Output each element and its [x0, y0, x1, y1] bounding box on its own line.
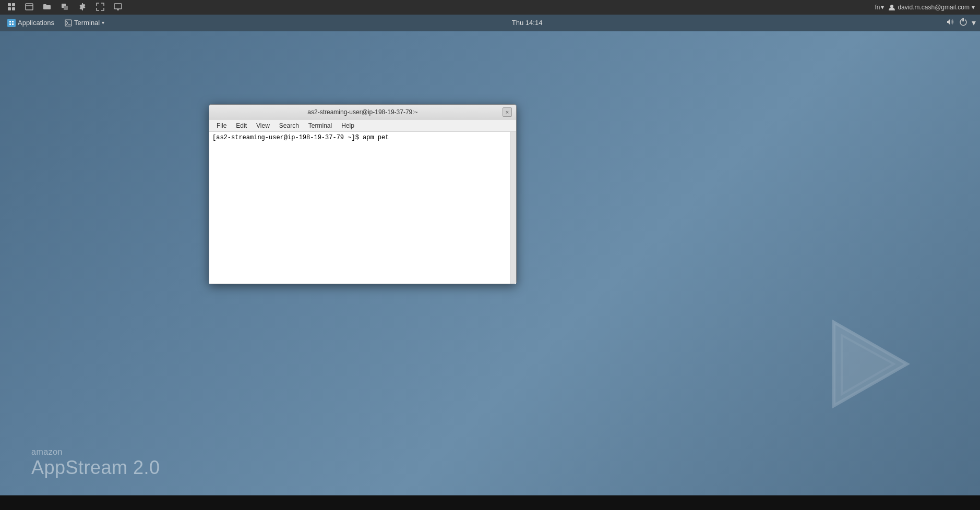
close-icon: × [506, 109, 509, 115]
svg-rect-17 [9, 23, 11, 25]
appstream-toolbar: Applications Terminal ▾ Thu 14:14 [0, 15, 980, 31]
system-top-bar: fn ▾ david.m.cash@gmail.com ▾ [0, 0, 980, 15]
terminal-titlebar: as2-streaming-user@ip-198-19-37-79:~ × [209, 105, 516, 119]
terminal-menubar: File Edit View Search Terminal Help [209, 119, 516, 132]
toolbar-datetime: Thu 14:14 [107, 19, 947, 27]
desktop-decoration [813, 312, 917, 416]
terminal-menu-view[interactable]: View [252, 121, 274, 130]
terminal-taskbar-icon [65, 19, 72, 27]
svg-rect-3 [8, 3, 11, 6]
applications-label: Applications [18, 19, 54, 27]
terminal-menu-file[interactable]: File [212, 121, 231, 130]
user-email-text: david.m.cash@gmail.com [898, 4, 970, 11]
appstream-product-text: AppStream 2.0 [31, 457, 160, 479]
amazon-brand-text: amazon [31, 447, 160, 457]
svg-rect-4 [12, 3, 15, 6]
svg-rect-5 [8, 7, 11, 10]
resize-icon[interactable] [96, 3, 104, 13]
svg-rect-16 [12, 21, 14, 22]
user-dropdown-icon: ▾ [972, 4, 975, 11]
language-dropdown-icon: ▾ [881, 4, 884, 11]
folder-icon[interactable] [43, 3, 51, 13]
svg-rect-10 [64, 6, 68, 10]
terminal-content-area[interactable]: [as2-streaming-user@ip-198-19-37-79 ~]$ … [209, 132, 516, 284]
terminal-prompt-line: [as2-streaming-user@ip-198-19-37-79 ~]$ … [212, 134, 513, 141]
terminal-menu-terminal[interactable]: Terminal [304, 121, 336, 130]
volume-icon[interactable] [947, 18, 955, 28]
power-icon[interactable] [959, 18, 967, 28]
svg-rect-19 [65, 20, 71, 26]
system-bar-right: fn ▾ david.m.cash@gmail.com ▾ [875, 4, 980, 11]
language-selector[interactable]: fn ▾ [875, 4, 884, 11]
terminal-menu-search[interactable]: Search [275, 121, 303, 130]
language-label: fn [875, 4, 880, 11]
applications-icon [7, 19, 16, 27]
system-icons-group [0, 3, 129, 13]
terminal-menu-edit[interactable]: Edit [232, 121, 251, 130]
svg-rect-7 [26, 4, 33, 10]
terminal-menu-help[interactable]: Help [337, 121, 358, 130]
terminal-taskbar-dropdown[interactable]: ▾ [102, 20, 104, 26]
bottom-bar [0, 495, 980, 510]
svg-rect-18 [12, 23, 14, 25]
terminal-title-text: as2-streaming-user@ip-198-19-37-79:~ [213, 108, 512, 116]
user-icon [888, 4, 895, 11]
applications-button[interactable]: Applications [4, 18, 57, 28]
app-grid-icon [9, 20, 14, 26]
terminal-window: as2-streaming-user@ip-198-19-37-79:~ × F… [209, 104, 517, 284]
datetime-text: Thu 14:14 [512, 19, 543, 27]
settings-icon[interactable] [78, 3, 87, 13]
terminal-taskbar-button[interactable]: Terminal ▾ [62, 18, 107, 28]
user-account[interactable]: david.m.cash@gmail.com ▾ [888, 4, 975, 11]
layers-icon[interactable] [61, 3, 69, 13]
appstream-watermark: amazon AppStream 2.0 [31, 447, 160, 479]
display-icon[interactable] [114, 3, 122, 13]
svg-rect-11 [114, 4, 122, 9]
more-options-icon[interactable]: ▾ [972, 18, 976, 28]
toolbar-left-section: Applications Terminal ▾ [4, 18, 107, 28]
terminal-close-button[interactable]: × [503, 107, 512, 117]
window-icon[interactable] [25, 3, 33, 13]
svg-rect-6 [12, 7, 15, 10]
grid-icon[interactable] [7, 3, 16, 13]
terminal-taskbar-label: Terminal [74, 19, 100, 27]
svg-rect-15 [9, 21, 11, 22]
toolbar-right-section: ▾ [947, 18, 976, 28]
terminal-scrollbar[interactable] [510, 132, 516, 284]
